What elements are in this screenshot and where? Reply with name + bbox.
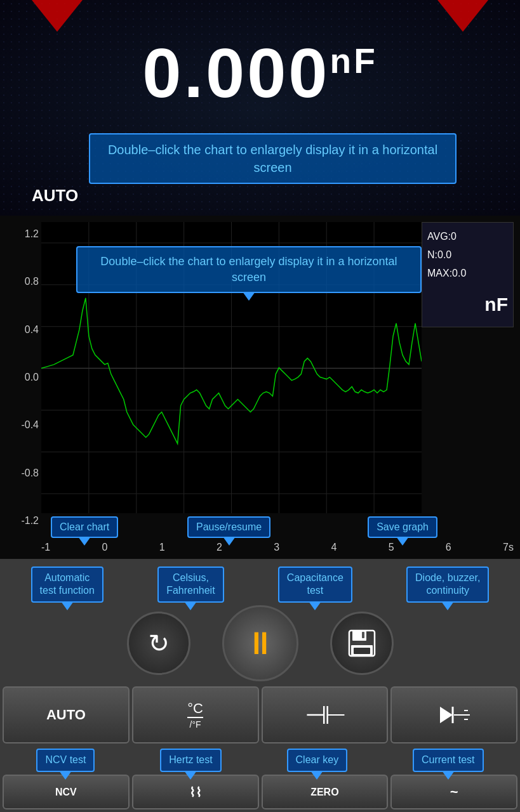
diode-tooltip-arrow	[441, 601, 454, 610]
svg-marker-21	[440, 707, 453, 723]
pause-arrow	[223, 537, 236, 546]
chart-unit: nF	[427, 287, 508, 322]
x-label-5: 3	[274, 542, 279, 553]
cap-tooltip-arrow	[309, 601, 321, 610]
refresh-icon: ↺	[148, 629, 170, 658]
ncv-tooltip: NCV test	[36, 749, 95, 772]
x-label-6: 4	[331, 542, 337, 553]
chart-section[interactable]: 1.2 0.8 0.4 0.0 -0.4 -0.8 -1.2 Double–cl…	[0, 216, 520, 571]
min-stat: N:0.0	[427, 246, 508, 265]
zero-mini-key[interactable]: ZERO	[262, 775, 389, 809]
chart-tooltip[interactable]: Double–click the chart to enlargely disp…	[76, 246, 422, 293]
hz-mini-icon: ⌇⌇	[189, 785, 202, 800]
func-keys-row: AUTO °C /°F ⊣⊢	[0, 684, 520, 746]
x-label-2: 0	[102, 542, 108, 553]
reading-value: 0.000	[142, 34, 330, 112]
clear-key-arrow	[310, 771, 323, 780]
svg-rect-20	[362, 632, 364, 638]
current-tooltip: Current test	[413, 749, 484, 772]
ncv-mini-key[interactable]: NCV	[3, 775, 130, 809]
y-axis-labels: 1.2 0.8 0.4 0.0 -0.4 -0.8 -1.2	[6, 222, 41, 533]
cf-func-key[interactable]: °C /°F	[132, 686, 259, 743]
y-label-5: -0.4	[21, 419, 39, 431]
auto-key-label: AUTO	[46, 707, 86, 723]
x-axis-labels: -1 0 1 2 3 4 5 6 7s	[41, 542, 514, 553]
celsius-tooltip-arrow	[184, 601, 197, 610]
clear-key-tooltip-text: Clear key	[296, 754, 339, 765]
pause-resume-label: Pause/resume	[196, 521, 262, 532]
main-reading: 0.000nF	[0, 38, 520, 108]
clear-chart-tooltip: Clear chart	[51, 516, 118, 538]
diode-key-icon	[435, 699, 473, 731]
svg-rect-19	[354, 648, 370, 654]
celsius-tooltip-text: Celsius,Fahrenheit	[166, 572, 215, 596]
save-button[interactable]	[330, 612, 394, 675]
controls-section: Automatictest function Celsius,Fahrenhei…	[0, 559, 520, 812]
y-label-2: 0.8	[25, 276, 39, 287]
save-graph-arrow	[396, 537, 409, 546]
ncv-tooltip-arrow	[59, 771, 72, 780]
tooltip-arrow	[243, 292, 255, 301]
auto-tooltip: Automatictest function	[31, 566, 103, 603]
display-tooltip[interactable]: Double–click the chart to enlargely disp…	[89, 133, 457, 184]
y-label-1: 1.2	[25, 228, 39, 240]
main-buttons-row: ↺ ⏸	[0, 605, 520, 681]
cap-tooltip: Capacitancetest	[278, 566, 352, 603]
cap-func-key[interactable]: ⊣⊢	[262, 686, 389, 743]
cap-tooltip-text: Capacitancetest	[287, 572, 343, 596]
current-tooltip-text: Current test	[422, 754, 475, 765]
red-arrows	[0, 0, 520, 32]
chart-stats: AVG:0 N:0.0 MAX:0.0 nF	[422, 222, 514, 327]
top-display: 0.000nF Double–click the chart to enlarg…	[0, 0, 520, 216]
x-label-3: 1	[159, 542, 165, 553]
bottom-mini-row: NCV ⌇⌇ ZERO ~	[0, 775, 520, 812]
hz-tooltip-text: Hertz test	[169, 754, 212, 765]
current-tooltip-arrow	[442, 771, 455, 780]
ncv-tooltip-text: NCV test	[45, 754, 86, 765]
mini-tooltip-row: NCV test Hertz test Clear key Current te…	[0, 746, 520, 775]
max-stat: MAX:0.0	[427, 265, 508, 283]
red-arrow-right	[437, 0, 488, 32]
x-label-7: 5	[389, 542, 394, 553]
display-tooltip-text: Double–click the chart to enlargely disp…	[108, 143, 437, 174]
x-label-4: 2	[217, 542, 222, 553]
y-label-7: -1.2	[21, 515, 39, 527]
cf-key-label: °C /°F	[187, 700, 203, 730]
diode-func-key[interactable]	[390, 686, 517, 743]
pause-button[interactable]: ⏸	[222, 605, 298, 681]
auto-label: AUTO	[32, 186, 78, 206]
refresh-button[interactable]: ↺	[127, 612, 190, 675]
hz-tooltip-arrow	[184, 771, 197, 780]
auto-tooltip-arrow	[61, 601, 74, 610]
ac-mini-key[interactable]: ~	[390, 775, 517, 809]
y-label-3: 0.4	[25, 324, 39, 336]
hz-tooltip: Hertz test	[160, 749, 221, 772]
x-label-8: 6	[446, 542, 451, 553]
auto-func-key[interactable]: AUTO	[3, 686, 130, 743]
save-graph-tooltip: Save graph	[368, 516, 437, 538]
red-arrow-left	[32, 0, 83, 32]
avg-stat: AVG:0	[427, 228, 508, 246]
zero-mini-label: ZERO	[310, 787, 338, 798]
x-label-9: 7s	[503, 542, 514, 553]
clear-key-tooltip: Clear key	[287, 749, 348, 772]
cap-key-icon: ⊣⊢	[305, 700, 344, 730]
diode-tooltip-text: Diode, buzzer,continuity	[415, 572, 480, 596]
pause-resume-tooltip: Pause/resume	[187, 516, 270, 538]
save-graph-label: Save graph	[377, 521, 429, 532]
save-graph-tooltip-container: Save graph	[368, 516, 437, 538]
ac-mini-icon: ~	[450, 784, 458, 801]
celsius-tooltip: Celsius,Fahrenheit	[157, 566, 224, 603]
x-label-1: -1	[41, 542, 50, 553]
reading-unit: nF	[330, 41, 378, 81]
save-icon	[346, 627, 378, 659]
pause-tooltip-container: Pause/resume	[187, 516, 270, 538]
y-label-6: -0.8	[21, 468, 39, 479]
hz-mini-key[interactable]: ⌇⌇	[132, 775, 259, 809]
clear-chart-label: Clear chart	[60, 521, 109, 532]
y-label-4: 0.0	[25, 372, 39, 383]
pause-icon: ⏸	[244, 625, 276, 662]
clear-chart-tooltip-container: Clear chart	[51, 516, 118, 538]
auto-tooltip-text: Automatictest function	[40, 572, 95, 596]
func-tooltip-row: Automatictest function Celsius,Fahrenhei…	[0, 559, 520, 606]
